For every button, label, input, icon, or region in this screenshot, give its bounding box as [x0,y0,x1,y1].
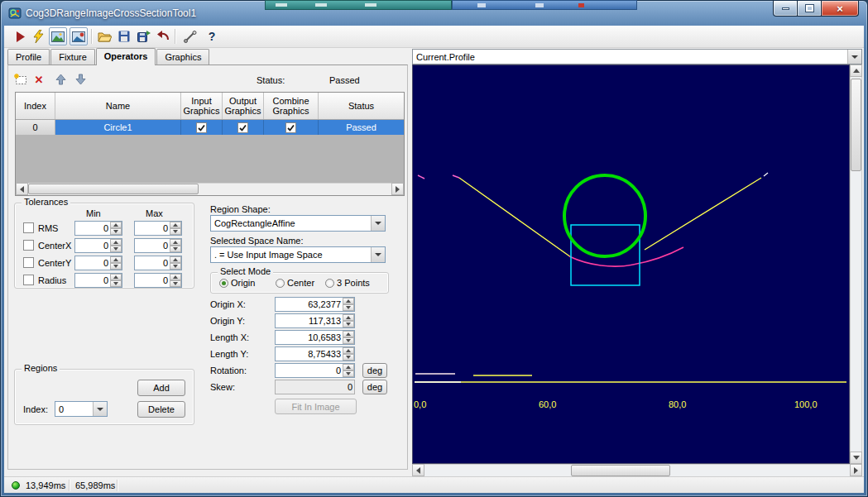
profile-plot[interactable] [413,65,850,464]
spinner[interactable] [170,256,181,270]
scroll-thumb[interactable] [28,184,199,194]
column-header-name[interactable]: Name [55,93,181,119]
cell-name[interactable]: Circle1 [55,120,181,135]
rotation-deg-button[interactable]: deg [362,363,387,378]
output-graphics-checkbox[interactable] [237,122,248,133]
cell-index[interactable]: 0 [16,120,55,135]
length-x-input[interactable]: 10,6583 [275,330,355,345]
spinner[interactable] [170,239,181,252]
display-last-run-image-toggle[interactable] [70,27,88,45]
cell-status[interactable]: Passed [319,120,404,135]
spinner[interactable] [170,222,181,235]
radius-max-input[interactable]: 0 [134,273,182,288]
display-selector-combo[interactable]: Current.Profile [412,49,862,65]
scroll-up-button[interactable] [850,65,862,77]
skew-input[interactable]: 0 [275,380,355,394]
display-vscrollbar[interactable] [850,65,862,464]
column-header-input-graphics[interactable]: Input Graphics [181,93,223,119]
region-shape-combo[interactable]: CogRectangleAffine [210,215,386,232]
centery-checkbox[interactable] [23,257,34,268]
chevron-down-icon[interactable] [93,402,107,416]
table-row[interactable]: 0 Circle1 Passed [16,120,404,135]
delete-region-button[interactable]: Delete [137,401,185,418]
length-y-input[interactable]: 8,75433 [275,346,355,361]
spinner[interactable] [110,256,122,270]
spinner[interactable] [343,331,354,344]
centery-max-input[interactable]: 0 [134,256,182,270]
save-button[interactable] [115,27,133,45]
add-region-button[interactable]: Add [137,380,185,396]
skew-deg-button[interactable]: deg [362,380,387,394]
spinner[interactable] [110,239,122,252]
rotation-input[interactable]: 0 [275,363,355,378]
rms-max-input[interactable]: 0 [134,221,182,236]
input-graphics-checkbox[interactable] [196,122,207,133]
scroll-right-button[interactable] [391,183,404,195]
statusbar: 13,949ms 65,989ms [4,476,864,493]
tab-fixture[interactable]: Fixture [50,49,95,65]
centerx-max-input[interactable]: 0 [134,238,182,253]
scroll-thumb[interactable] [571,465,670,476]
operators-table[interactable]: Index Name Input Graphics Output Graphic… [15,92,405,196]
region-index-combo[interactable]: 0 [55,401,108,417]
reset-button[interactable] [155,27,173,45]
chevron-down-icon[interactable] [847,50,861,64]
spinner[interactable] [110,274,122,287]
column-header-output-graphics[interactable]: Output Graphics [223,93,264,119]
column-header-combine-graphics[interactable]: Combine Graphics [264,93,319,119]
spinner[interactable] [170,274,181,287]
column-header-index[interactable]: Index [16,93,55,119]
origin-y-input[interactable]: 117,313 [275,313,355,328]
cell-output-graphics[interactable] [223,120,264,135]
add-operator-button[interactable] [13,72,28,87]
radius-min-input[interactable]: 0 [74,273,122,288]
scroll-thumb[interactable] [851,79,861,171]
triangle-down-icon [853,456,860,460]
radio-center[interactable]: Center [276,278,314,288]
column-header-status[interactable]: Status [319,93,404,119]
help-button[interactable]: ? [203,27,221,45]
move-up-button[interactable] [53,72,68,87]
fit-in-image-button[interactable]: Fit In Image [275,399,357,414]
profile-display[interactable]: 0,0 60,0 80,0 100,0 [412,65,850,464]
origin-x-input[interactable]: 63,2377 [275,297,355,312]
radio-origin[interactable]: Origin [219,278,255,288]
move-down-button[interactable] [73,72,88,87]
close-button[interactable]: × [821,1,859,17]
live-run-button[interactable] [29,27,47,45]
centery-min-input[interactable]: 0 [74,256,122,270]
save-as-button[interactable] [135,27,153,45]
radio-3points[interactable]: 3 Points [325,278,370,288]
cell-combine-graphics[interactable] [264,120,319,135]
delete-operator-button[interactable]: ✕ [31,72,46,87]
maximize-button[interactable] [798,1,821,17]
rms-checkbox[interactable] [23,222,34,233]
centerx-checkbox[interactable] [23,240,34,251]
open-file-button[interactable] [95,27,113,45]
radius-checkbox[interactable] [23,275,34,285]
table-hscrollbar[interactable] [16,183,404,195]
spinner[interactable] [343,298,354,311]
scroll-left-button[interactable] [412,464,424,476]
combine-graphics-checkbox[interactable] [285,122,296,133]
scroll-left-button[interactable] [16,183,28,195]
tab-operators[interactable]: Operators [96,48,156,65]
spinner[interactable] [343,347,354,361]
spinner[interactable] [110,222,122,235]
run-button[interactable] [11,27,29,45]
minimize-button[interactable] [773,1,798,17]
cell-input-graphics[interactable] [181,120,223,135]
rms-min-input[interactable]: 0 [74,221,122,236]
scroll-down-button[interactable] [850,452,862,464]
scroll-right-button[interactable] [850,464,862,476]
selected-space-combo[interactable]: . = Use Input Image Space [210,246,386,263]
spinner[interactable] [343,364,354,377]
centerx-min-input[interactable]: 0 [74,238,122,253]
tab-graphics[interactable]: Graphics [156,49,209,65]
display-image-toggle[interactable] [49,27,67,45]
spinner[interactable] [343,314,354,327]
chevron-down-icon[interactable] [371,216,385,231]
tab-profile[interactable]: Profile [7,49,50,65]
chevron-down-icon[interactable] [371,247,385,262]
pointer-tool-button[interactable] [181,27,199,45]
